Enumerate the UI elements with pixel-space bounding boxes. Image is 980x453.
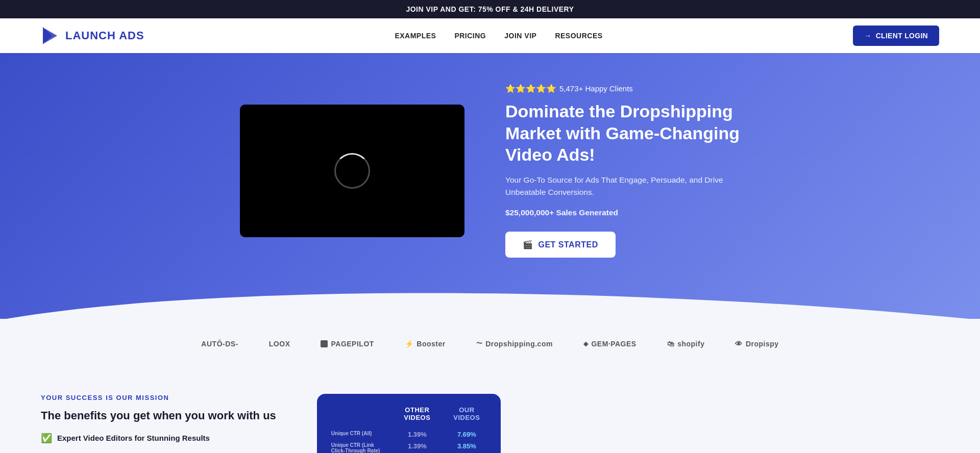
partner-dropispy: 👁 Dropispy — [735, 340, 778, 348]
client-login-button[interactable]: → CLIENT LOGIN — [853, 26, 939, 46]
nav-examples[interactable]: EXAMPLES — [395, 32, 436, 40]
partner-dropshipping: 〜 Dropshipping.com — [476, 339, 553, 348]
dropispy-icon: 👁 — [735, 340, 743, 348]
mission-headline: The benefits you get when you work with … — [41, 409, 276, 423]
promo-banner: JOIN VIP AND GET: 75% OFF & 24H DELIVERY — [0, 0, 980, 18]
hero-subtext: Your Go-To Source for Ads That Engage, P… — [505, 174, 740, 199]
our-val-2: 3.85% — [447, 442, 486, 453]
checkmark-icon: ✅ — [41, 433, 52, 444]
nav-resources[interactable]: RESOURCES — [555, 32, 602, 40]
booster-text: Booster — [416, 340, 445, 348]
gempages-text: GEM·PAGES — [591, 340, 636, 348]
nav-pricing[interactable]: PRICING — [454, 32, 486, 40]
partners-section: AUTŌ-DS- LOOX PAGEPILOT ⚡ Booster 〜 Drop… — [0, 319, 980, 373]
stars-icon: ⭐⭐⭐⭐⭐ — [505, 84, 556, 93]
svg-marker-1 — [43, 27, 52, 44]
clients-count: 5,473+ Happy Clients — [559, 84, 633, 93]
mission-benefit-item: ✅ Expert Video Editors for Stunning Resu… — [41, 433, 276, 444]
login-arrow-icon: → — [864, 32, 871, 40]
hero-content: ⭐⭐⭐⭐⭐ 5,473+ Happy Clients Dominate the … — [505, 84, 740, 258]
loox-text: LOOX — [269, 340, 290, 348]
logo-icon — [41, 26, 60, 45]
video-loading-spinner — [334, 153, 370, 189]
col-other-title: OTHER VIDEOS — [398, 406, 437, 421]
hero-headline: Dominate the Dropshipping Market with Ga… — [505, 100, 740, 166]
pagepilot-icon — [321, 340, 328, 347]
shopify-text: shopify — [677, 340, 704, 348]
partner-autods: AUTŌ-DS- — [201, 340, 238, 348]
video-icon: 🎬 — [523, 240, 533, 249]
hero-wave — [0, 284, 980, 320]
mission-left: YOUR SUCCESS IS OUR MISSION The benefits… — [41, 394, 276, 448]
booster-icon: ⚡ — [405, 340, 414, 348]
shopify-icon: 🛍 — [667, 340, 675, 348]
logo-link[interactable]: LAUNCH ADS — [41, 26, 144, 45]
our-val-1: 7.69% — [447, 431, 486, 438]
pagepilot-text: PAGEPILOT — [331, 340, 374, 348]
comparison-row-2: Unique CTR (Link Click-Through Rate) 1.3… — [331, 442, 486, 453]
dropshipping-icon: 〜 — [476, 339, 483, 348]
nav-join-vip[interactable]: JOIN VIP — [504, 32, 536, 40]
get-started-label: GET STARTED — [538, 240, 598, 249]
get-started-button[interactable]: 🎬 GET STARTED — [505, 232, 616, 258]
other-val-1: 1.39% — [398, 431, 437, 438]
gempages-icon: ◆ — [583, 340, 589, 347]
autods-text: AUTŌ-DS- — [201, 340, 238, 348]
comparison-row-1: Unique CTR (All) 1.39% 7.69% — [331, 431, 486, 438]
partner-booster: ⚡ Booster — [405, 340, 446, 348]
dropshipping-text: Dropshipping.com — [485, 340, 553, 348]
col-ours-title: OUR VIDEOS — [447, 406, 486, 421]
client-login-label: CLIENT LOGIN — [876, 32, 928, 40]
metric-label-1: Unique CTR (All) — [331, 431, 387, 438]
partner-pagepilot: PAGEPILOT — [321, 340, 374, 348]
main-nav: LAUNCH ADS EXAMPLES PRICING JOIN VIP RES… — [0, 18, 980, 53]
mission-section: YOUR SUCCESS IS OUR MISSION The benefits… — [0, 373, 980, 453]
other-val-2: 1.39% — [398, 442, 437, 453]
comparison-header: OTHER VIDEOS OUR VIDEOS — [331, 406, 486, 421]
hero-sales: $25,000,000+ Sales Generated — [505, 208, 740, 217]
comparison-card: OTHER VIDEOS OUR VIDEOS Unique CTR (All)… — [317, 394, 501, 453]
promo-text: JOIN VIP AND GET: 75% OFF & 24H DELIVERY — [406, 5, 574, 13]
hero-rating: ⭐⭐⭐⭐⭐ 5,473+ Happy Clients — [505, 84, 740, 93]
mission-tag: YOUR SUCCESS IS OUR MISSION — [41, 394, 276, 401]
benefit-text: Expert Video Editors for Stunning Result… — [57, 434, 210, 442]
hero-section: ⭐⭐⭐⭐⭐ 5,473+ Happy Clients Dominate the … — [0, 53, 980, 319]
nav-links: EXAMPLES PRICING JOIN VIP RESOURCES — [395, 32, 602, 40]
dropispy-text: Dropispy — [746, 340, 779, 348]
partner-shopify: 🛍 shopify — [667, 340, 705, 348]
partner-gempages: ◆ GEM·PAGES — [583, 340, 636, 348]
brand-name: LAUNCH ADS — [65, 29, 144, 42]
hero-video[interactable] — [240, 105, 464, 237]
metric-label-2: Unique CTR (Link Click-Through Rate) — [331, 442, 387, 453]
partner-loox: LOOX — [269, 340, 290, 348]
